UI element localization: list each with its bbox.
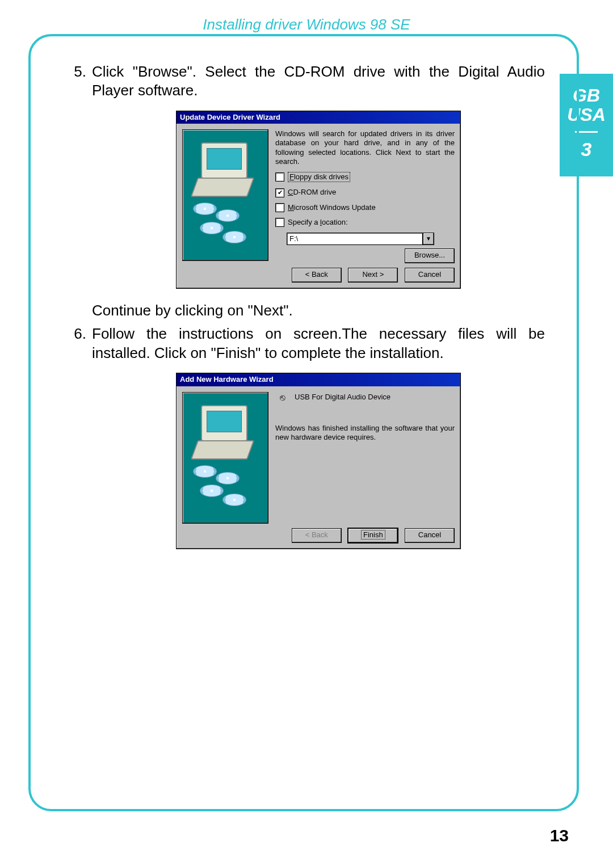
dialog1-button-row: < Back Next > Cancel: [177, 263, 460, 288]
floppy-checkbox-label: Floppy disk drives: [288, 172, 350, 182]
step-5-number: 5.: [62, 62, 92, 320]
next-button[interactable]: Next >: [348, 268, 398, 283]
content-area: 5. Click "Browse". Select the CD-ROM dri…: [62, 62, 545, 565]
step-6: 6. Follow the instructions on screen.The…: [62, 325, 545, 561]
step-6-text: Follow the instructions on screen.The ne…: [92, 325, 545, 363]
dialog2-title: Add New Hardware Wizard: [177, 373, 460, 386]
location-input[interactable]: F:\: [287, 233, 423, 245]
dialog1-sidebar-image: ⬚: [182, 129, 268, 261]
disc-icon: [193, 203, 217, 215]
step-5-text: Click "Browse". Select the CD-ROM drive …: [92, 62, 545, 100]
cdrom-checkbox-label: CD-ROM drive: [288, 188, 336, 197]
step-5-continue-text: Continue by clicking on "Next".: [92, 301, 545, 320]
computer-base-icon: [191, 178, 254, 197]
floppy-checkbox[interactable]: [275, 172, 284, 182]
running-header: Installing driver Windows 98 SE: [0, 16, 613, 33]
disc-icon: [200, 222, 224, 234]
dialog1-intro-text: Windows will search for updated drivers …: [275, 129, 455, 166]
dialog2-sidebar-image: ⬚: [182, 392, 268, 524]
manual-page: Installing driver Windows 98 SE GB USA 3…: [0, 0, 613, 868]
dialog2-device-name: USB For Digital Audio Device: [295, 393, 391, 402]
specify-location-checkbox-row[interactable]: Specify a location:: [275, 218, 455, 227]
back-button[interactable]: < Back: [292, 268, 342, 283]
dialog2-button-row: < Back Finish Cancel: [177, 524, 460, 549]
specify-location-checkbox-label: Specify a location:: [288, 218, 348, 227]
page-number: 13: [550, 826, 569, 845]
cancel-button[interactable]: Cancel: [405, 528, 455, 543]
winupdate-checkbox[interactable]: [275, 203, 284, 212]
step-5: 5. Click "Browse". Select the CD-ROM dri…: [62, 62, 545, 320]
finish-button[interactable]: Finish: [348, 528, 398, 543]
back-button-disabled: < Back: [292, 528, 342, 543]
disc-icon: [222, 494, 246, 506]
monitor-icon: ⬚: [201, 142, 247, 179]
disc-icon: [216, 472, 240, 484]
dialog2-finished-text: Windows has finished installing the soft…: [275, 424, 455, 443]
usb-icon: ⎋: [275, 392, 290, 403]
winupdate-checkbox-row[interactable]: Microsoft Windows Update: [275, 203, 455, 212]
update-driver-wizard-dialog: Update Device Driver Wizard ⬚: [176, 111, 461, 289]
disc-icon: [193, 465, 217, 478]
cancel-button[interactable]: Cancel: [405, 268, 455, 283]
step-6-number: 6.: [62, 325, 92, 561]
computer-base-icon: [191, 440, 254, 460]
dialog1-title: Update Device Driver Wizard: [177, 111, 460, 124]
disc-icon: [216, 209, 240, 222]
winupdate-checkbox-label: Microsoft Windows Update: [288, 203, 376, 212]
cdrom-checkbox[interactable]: [275, 188, 284, 197]
browse-button[interactable]: Browse...: [405, 248, 455, 263]
disc-icon: [200, 484, 224, 497]
add-new-hardware-wizard-dialog: Add New Hardware Wizard ⬚: [176, 373, 461, 549]
specify-location-checkbox[interactable]: [275, 218, 284, 227]
disc-icon: [222, 231, 246, 243]
monitor-icon: ⬚: [201, 405, 247, 441]
location-dropdown-button[interactable]: ▼: [423, 233, 434, 245]
cdrom-checkbox-row[interactable]: CD-ROM drive: [275, 188, 455, 197]
floppy-checkbox-row[interactable]: Floppy disk drives: [275, 172, 455, 182]
